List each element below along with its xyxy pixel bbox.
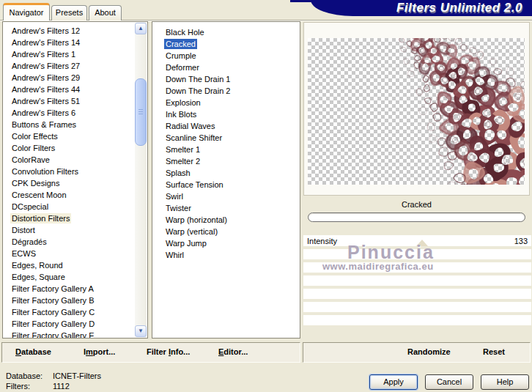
preview-pane[interactable] <box>303 22 530 196</box>
empty-slider-row <box>303 302 531 312</box>
category-list-item[interactable]: Convolution Filters <box>10 166 135 177</box>
reset-button[interactable]: Reset <box>483 347 505 356</box>
category-list-item[interactable]: Andrew's Filters 14 <box>10 37 135 48</box>
scrollbar-thumb[interactable] <box>135 78 147 146</box>
tab-navigator[interactable]: Navigator <box>3 3 50 21</box>
category-list-item[interactable]: Filter Factory Gallery C <box>10 306 135 318</box>
category-list-item[interactable]: Distortion Filters <box>10 212 135 224</box>
filter-list-item[interactable]: Cracked <box>164 38 300 50</box>
item-label: Twister <box>164 203 193 213</box>
preview-checkerboard <box>308 38 525 185</box>
filter-list-item[interactable]: Radial Waves <box>164 120 300 132</box>
category-list-item[interactable]: Edges, Square <box>10 271 135 283</box>
filter-list-item[interactable]: Scanline Shifter <box>164 132 300 144</box>
item-label: Andrew's Filters 12 <box>10 26 81 36</box>
category-list: Andrew's Filters 12Andrew's Filters 14An… <box>2 21 148 339</box>
app-title: Filters Unlimited 2.0 <box>396 0 532 15</box>
import-button[interactable]: Import... <box>84 347 115 356</box>
item-label: Filter Factory Gallery C <box>10 307 96 317</box>
filter-list-item[interactable]: Explosion <box>164 97 300 108</box>
filter-list-item[interactable]: Warp (vertical) <box>164 226 300 237</box>
title-banner: Filters Unlimited 2.0 <box>311 0 532 16</box>
category-list-item[interactable]: Crescent Moon <box>10 189 135 201</box>
filter-list-item[interactable]: Deformer <box>164 62 300 73</box>
filter-list-item[interactable]: Black Hole <box>164 26 300 38</box>
randomize-button[interactable]: Randomize <box>407 347 451 356</box>
filter-list-item[interactable]: Warp (horizontal) <box>164 214 300 226</box>
scrollbar-down-icon[interactable]: ▼ <box>135 325 147 337</box>
item-label: Andrew's Filters 6 <box>10 108 77 118</box>
category-scrollbar[interactable]: ▲ ▼ <box>135 23 147 337</box>
editor-button[interactable]: Editor... <box>218 347 248 356</box>
category-list-item[interactable]: DCspecial <box>10 201 135 212</box>
category-list-item[interactable]: Dégradés <box>10 236 135 248</box>
filter-list-item[interactable]: Down The Drain 1 <box>164 73 300 85</box>
filter-list-item[interactable]: Smelter 2 <box>164 155 300 167</box>
filter-list-item[interactable]: Crumple <box>164 50 300 62</box>
item-label: Filter Factory Gallery D <box>10 319 96 329</box>
item-label: Andrew's Filters 14 <box>10 37 81 48</box>
category-list-item[interactable]: Andrew's Filters 44 <box>10 84 135 95</box>
category-list-item[interactable]: Filter Factory Gallery E <box>10 330 135 338</box>
item-label: DCspecial <box>10 201 50 212</box>
filter-list-item[interactable]: Smelter 1 <box>164 144 300 155</box>
item-label: Smelter 1 <box>164 144 202 155</box>
filter-info-button[interactable]: Filter Info... <box>147 347 190 356</box>
filter-list-item[interactable]: Down The Drain 2 <box>164 85 300 97</box>
category-list-item[interactable]: Andrew's Filters 6 <box>10 107 135 119</box>
category-list-item[interactable]: Andrew's Filters 29 <box>10 72 135 84</box>
filter-list-item[interactable]: Surface Tension <box>164 179 300 191</box>
item-label: Dégradés <box>10 237 48 247</box>
item-label: Andrew's Filters 51 <box>10 96 81 106</box>
tab-about[interactable]: About <box>89 5 122 21</box>
item-label: Explosion <box>164 97 202 108</box>
category-list-item[interactable]: Filter Factory Gallery B <box>10 295 135 306</box>
item-label: Smelter 2 <box>164 156 202 166</box>
category-list-item[interactable]: Andrew's Filters 12 <box>10 25 135 37</box>
item-label: Warp Jump <box>164 238 208 248</box>
item-label: Splash <box>164 168 192 178</box>
category-list-item[interactable]: Color Filters <box>10 142 135 154</box>
category-list-item[interactable]: CPK Designs <box>10 177 135 189</box>
intensity-label: Intensity <box>307 237 337 245</box>
category-list-item[interactable]: ECWS <box>10 248 135 259</box>
help-button[interactable]: Help <box>481 374 529 390</box>
category-list-item[interactable]: Color Effects <box>10 130 135 142</box>
empty-slider-row <box>303 315 531 325</box>
category-list-item[interactable]: Filter Factory Gallery D <box>10 318 135 330</box>
filters-unlimited-dialog: Filters Unlimited 2.0 NavigatorPresetsAb… <box>0 0 532 392</box>
category-list-item[interactable]: Buttons & Frames <box>10 119 135 130</box>
scrollbar-up-icon[interactable]: ▲ <box>135 23 147 34</box>
item-label: Andrew's Filters 44 <box>10 84 81 95</box>
item-label: Warp (horizontal) <box>164 215 229 225</box>
item-label: Ink Blots <box>164 109 198 119</box>
category-list-item[interactable]: Andrew's Filters 1 <box>10 48 135 60</box>
intensity-value: 133 <box>514 237 528 245</box>
watermark-url: www.maidiregrafica.eu <box>322 261 434 272</box>
tab-presets[interactable]: Presets <box>51 5 87 21</box>
progress-bar <box>308 212 525 222</box>
filter-list-item[interactable]: Splash <box>164 167 300 179</box>
filters-count-label: Filters: <box>6 382 30 391</box>
item-label: Convolution Filters <box>10 166 80 177</box>
cancel-button[interactable]: Cancel <box>425 374 473 390</box>
apply-button[interactable]: Apply <box>369 374 418 390</box>
item-label: Edges, Round <box>10 260 64 270</box>
item-label: Buttons & Frames <box>10 119 78 130</box>
category-list-item[interactable]: Edges, Round <box>10 259 135 271</box>
category-list-item[interactable]: ColorRave <box>10 154 135 166</box>
category-list-item[interactable]: Andrew's Filters 27 <box>10 60 135 72</box>
filter-list-item[interactable]: Swirl <box>164 191 300 202</box>
item-label: Radial Waves <box>164 121 216 131</box>
item-label: Andrew's Filters 1 <box>10 49 77 59</box>
filter-list-item[interactable]: Ink Blots <box>164 108 300 120</box>
filter-list-item[interactable]: Warp Jump <box>164 237 300 249</box>
category-list-item[interactable]: Filter Factory Gallery A <box>10 283 135 295</box>
item-label: Distortion Filters <box>10 213 71 223</box>
database-button[interactable]: Database <box>15 347 51 356</box>
filter-list-item[interactable]: Twister <box>164 202 300 214</box>
filter-list-item[interactable]: Whirl <box>164 249 300 261</box>
item-label: Whirl <box>164 250 185 260</box>
category-list-item[interactable]: Distort <box>10 224 135 236</box>
category-list-item[interactable]: Andrew's Filters 51 <box>10 95 135 107</box>
